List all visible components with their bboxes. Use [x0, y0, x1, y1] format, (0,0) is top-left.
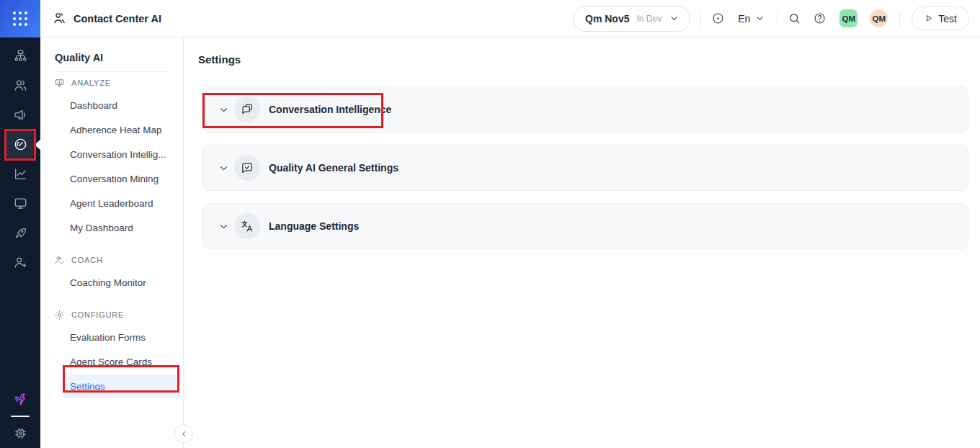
panel-title: Conversation Intelligence: [269, 104, 391, 115]
sidebar-section-configure: CONFIGURE: [54, 308, 183, 322]
presentation-chart-icon: [54, 78, 65, 89]
sidebar-item-settings[interactable]: Settings: [63, 374, 179, 398]
divider: [700, 11, 701, 27]
rail-item-chip[interactable]: [6, 418, 35, 447]
left-rail: [0, 37, 40, 448]
chat-check-icon: [240, 161, 254, 175]
app-grid-icon: [13, 12, 27, 26]
gear-icon: [54, 310, 65, 321]
settings-panel-language-settings[interactable]: Language Settings: [202, 203, 968, 249]
sidebar-section-label: CONFIGURE: [71, 310, 124, 319]
language-selector[interactable]: En: [738, 13, 765, 24]
sidebar-item-dashboard[interactable]: Dashboard: [40, 93, 183, 117]
app-title: Contact Center AI: [74, 13, 161, 24]
play-icon: [924, 14, 933, 23]
help-button[interactable]: [813, 12, 827, 25]
org-chart-icon: [13, 48, 28, 63]
gauge-icon: [13, 137, 28, 152]
rail-item-monitor[interactable]: [6, 189, 35, 218]
chevron-left-icon: [179, 429, 189, 439]
settings-panel-conversation-intelligence[interactable]: Conversation Intelligence: [202, 86, 968, 133]
record-dot-icon: [711, 12, 725, 25]
line-chart-icon: [13, 166, 28, 182]
test-button[interactable]: Test: [912, 6, 969, 30]
rail-item-gauge[interactable]: [6, 130, 35, 158]
sidebar-item-agent-leaderboard[interactable]: Agent Leaderboard: [40, 191, 183, 215]
megaphone-icon: [13, 107, 28, 122]
sidebar-section-label: COACH: [71, 256, 103, 264]
chevron-down-icon: [218, 220, 230, 233]
app-launcher-button[interactable]: [0, 0, 40, 37]
sidebar-section-coach: COACH: [54, 253, 183, 267]
rail-item-org-chart[interactable]: [6, 41, 35, 70]
monitor-icon: [13, 196, 28, 211]
top-bar: Contact Center AI Qm Nov5 In Dev En QMQM…: [0, 0, 980, 37]
main-content: Settings Conversation IntelligenceQualit…: [184, 37, 980, 448]
chevron-down-icon: [754, 13, 765, 24]
divider: [899, 11, 900, 27]
sidebar-section-analyze: ANALYZE: [54, 76, 183, 90]
users-icon: [13, 78, 28, 93]
sidebar-item-adherence-heat-map[interactable]: Adherence Heat Map: [40, 117, 183, 142]
test-button-label: Test: [938, 13, 957, 24]
module-sidebar: Quality AI ANALYZEDashboardAdherence Hea…: [40, 37, 184, 448]
chevron-down-icon: [218, 104, 230, 116]
rail-item-ai-assist[interactable]: [6, 385, 35, 413]
page-title: Settings: [198, 53, 980, 66]
rail-item-person-add[interactable]: [6, 248, 35, 277]
rail-item-users[interactable]: [6, 71, 35, 99]
person-add-icon: [13, 255, 28, 270]
sidebar-item-conversation-intellig[interactable]: Conversation Intellig...: [40, 142, 183, 166]
sidebar-item-coaching-monitor[interactable]: Coaching Monitor: [40, 270, 183, 295]
divider: [777, 11, 778, 27]
sidebar-item-agent-score-cards[interactable]: Agent Score Cards: [40, 349, 183, 374]
settings-panel-quality-ai-general-settings[interactable]: Quality AI General Settings: [202, 145, 968, 191]
panel-title: Language Settings: [269, 220, 359, 232]
environment-selector[interactable]: Qm Nov5 In Dev: [573, 6, 690, 32]
chat-bubbles-icon: [240, 102, 254, 117]
rocket-icon: [13, 225, 28, 241]
panel-icon-circle: [234, 155, 260, 181]
avatar[interactable]: QM: [839, 9, 858, 27]
people-check-icon: [54, 255, 65, 266]
translate-icon: [240, 219, 254, 233]
environment-name: Qm Nov5: [585, 13, 629, 24]
help-icon: [813, 12, 827, 25]
avatar[interactable]: QM: [870, 9, 888, 27]
search-icon: [788, 12, 801, 25]
panel-title: Quality AI General Settings: [269, 162, 398, 174]
ai-assist-icon: [13, 392, 28, 407]
record-button[interactable]: [711, 12, 725, 25]
sidebar-section-label: ANALYZE: [71, 79, 111, 87]
active-module-notch: [35, 139, 41, 151]
rail-divider: [11, 416, 30, 417]
sidebar-item-my-dashboard[interactable]: My Dashboard: [40, 215, 183, 240]
rail-item-rocket[interactable]: [6, 218, 35, 247]
environment-status-badge: In Dev: [637, 14, 662, 24]
language-code: En: [738, 13, 750, 24]
sidebar-collapse-button[interactable]: [174, 424, 193, 443]
sidebar-item-evaluation-forms[interactable]: Evaluation Forms: [40, 325, 183, 349]
chevron-down-icon: [218, 162, 230, 174]
panel-icon-circle: [234, 213, 260, 239]
sidebar-item-conversation-mining[interactable]: Conversation Mining: [40, 166, 183, 191]
chip-icon: [13, 426, 28, 441]
divider: [55, 71, 169, 72]
rail-item-megaphone[interactable]: [6, 100, 35, 129]
search-button[interactable]: [788, 12, 801, 25]
team-icon: [52, 11, 67, 26]
rail-item-line-chart[interactable]: [6, 159, 35, 188]
chevron-down-icon: [669, 13, 680, 24]
sidebar-title: Quality AI: [55, 50, 169, 65]
panel-icon-circle: [234, 97, 260, 122]
avatar-group: QMQM: [839, 9, 888, 27]
brand: Contact Center AI: [52, 11, 161, 26]
